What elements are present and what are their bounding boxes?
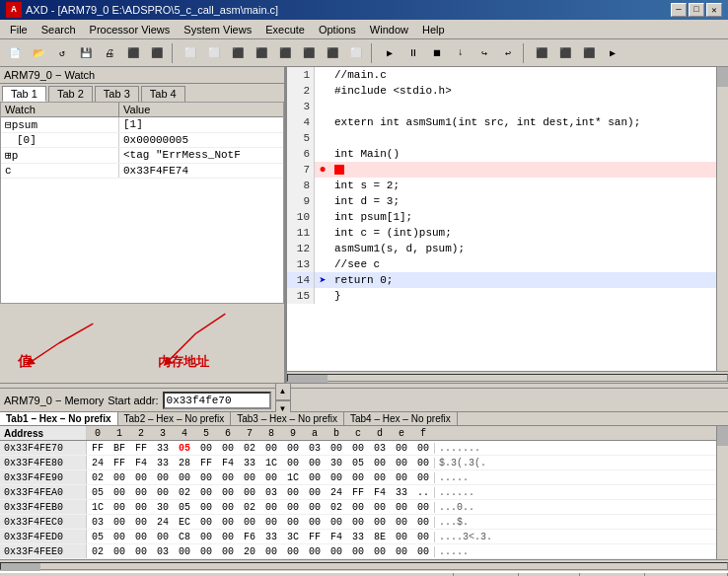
tb-8[interactable]: ⬜ (203, 42, 225, 64)
line-marker-15 (315, 288, 330, 304)
line-marker-7[interactable]: ● (315, 162, 330, 178)
maximize-button[interactable]: □ (689, 3, 704, 17)
expand-p-icon[interactable]: ⊞ (5, 150, 12, 162)
watch-row-p[interactable]: ⊞p <tag "ErrMess_NotF (1, 148, 283, 164)
menu-execute[interactable]: Execute (259, 23, 311, 36)
memory-start-addr-input[interactable] (163, 392, 271, 409)
tb-17[interactable]: ⏹ (426, 42, 448, 64)
tb-14[interactable]: ⬜ (345, 42, 367, 64)
code-line-11: 11 int c = (int)psum; (287, 225, 716, 241)
memory-addr-spin-up[interactable]: ▲ (275, 383, 291, 400)
tb-23[interactable]: ⬛ (578, 42, 600, 64)
tb-15[interactable]: ▶ (379, 42, 400, 64)
tb-13[interactable]: ⬛ (322, 42, 343, 64)
tb-6[interactable]: ⬛ (146, 42, 168, 64)
watch-tab-4[interactable]: Tab 4 (141, 86, 185, 102)
line-marker-5 (315, 130, 330, 146)
tb-19[interactable]: ↪ (473, 42, 495, 64)
mem-row-fe70: 0x33F4FE70 FFBFFF33 05 00000200000300000… (0, 441, 716, 456)
line-content-10: int psum[1]; (330, 209, 716, 225)
tb-12[interactable]: ⬛ (298, 42, 320, 64)
tb-20[interactable]: ↩ (497, 42, 519, 64)
line-content-5 (330, 130, 716, 146)
watch-row-psum[interactable]: ⊟psum [1] (1, 117, 283, 133)
tb-refresh[interactable]: ↺ (51, 42, 73, 64)
close-button[interactable]: ✕ (706, 3, 722, 17)
tb-7[interactable]: ⬜ (180, 42, 201, 64)
tb-24[interactable]: ▶ (602, 42, 623, 64)
expand-psum-icon[interactable]: ⊟ (5, 119, 12, 131)
line-content-6: int Main() (330, 146, 716, 162)
watch-table-content: Watch Value ⊟psum [1] [0] 0x00000005 ⊞p (0, 102, 284, 304)
line-content-11: int c = (int)psum; (330, 225, 716, 241)
memory-col-header: Address 0 1 2 3 4 5 6 7 8 9 a b c d e f (0, 426, 716, 441)
menu-help[interactable]: Help (416, 23, 451, 36)
line-marker-2 (315, 83, 330, 99)
menu-options[interactable]: Options (313, 23, 362, 36)
watch-tab-1[interactable]: Tab 1 (2, 86, 46, 102)
line-marker-11 (315, 225, 330, 241)
mem-row-fee0: 0x33F4FEE0 02000003000000200000000000000… (0, 544, 716, 559)
col-header-5: 5 (195, 428, 217, 439)
tb-11[interactable]: ⬛ (274, 42, 296, 64)
menu-file[interactable]: File (4, 23, 34, 36)
code-line-10: 10 int psum[1]; (287, 209, 716, 225)
line-num-2: 2 (287, 83, 315, 99)
memory-tab-4[interactable]: Tab4 – Hex – No prefix (344, 412, 458, 425)
code-line-4: 4 extern int asmSum1(int src, int dest,i… (287, 114, 716, 130)
menu-system-views[interactable]: System Views (178, 23, 257, 36)
tb-new[interactable]: 📄 (4, 42, 26, 64)
code-horizontal-scrollbar[interactable] (287, 371, 728, 383)
tb-18[interactable]: ↓ (450, 42, 472, 64)
memory-tab-3[interactable]: Tab3 – Hex – No prefix (231, 412, 344, 425)
col-header-c: c (347, 428, 369, 439)
tb-16[interactable]: ⏸ (402, 42, 424, 64)
tb-open[interactable]: 📂 (28, 42, 49, 64)
current-instruction-marker (334, 165, 344, 175)
menu-processor-views[interactable]: Processor Views (84, 23, 177, 36)
watch-name-psum: ⊟psum (1, 117, 119, 132)
line-marker-3 (315, 99, 330, 114)
code-vertical-scrollbar[interactable] (716, 67, 728, 371)
mem-addr-fea0: 0x33F4FEA0 (0, 485, 87, 499)
line-num-3: 3 (287, 99, 315, 114)
watch-row-c[interactable]: c 0x33F4FE74 (1, 164, 283, 179)
code-line-1: 1 //main.c (287, 67, 716, 83)
tb-10[interactable]: ⬛ (251, 42, 272, 64)
tb-save[interactable]: 💾 (75, 42, 97, 64)
tb-5[interactable]: ⬛ (122, 42, 144, 64)
code-line-13: 13 //see c (287, 256, 716, 272)
watch-row-psum-0[interactable]: [0] 0x00000005 (1, 133, 283, 148)
tb-22[interactable]: ⬛ (554, 42, 576, 64)
tb-print[interactable]: 🖨 (99, 42, 120, 64)
code-line-2: 2 #include <stdio.h> (287, 83, 716, 99)
memory-start-addr-label: Start addr: (108, 395, 158, 406)
minimize-button[interactable]: ─ (671, 3, 687, 17)
svg-line-0 (30, 343, 59, 363)
watch-tab-3[interactable]: Tab 3 (95, 86, 139, 102)
value-annotation: 值 (18, 353, 32, 371)
code-line-9: 9 int d = 3; (287, 193, 716, 209)
line-content-4: extern int asmSum1(int src, int dest,int… (330, 114, 716, 130)
memory-vertical-scrollbar[interactable] (716, 426, 728, 559)
code-line-15: 15 } (287, 288, 716, 304)
svg-line-2 (196, 314, 226, 333)
tb-9[interactable]: ⬛ (227, 42, 249, 64)
memory-tab-1[interactable]: Tab1 – Hex – No prefix (0, 412, 118, 425)
menu-search[interactable]: Search (36, 23, 82, 36)
watch-val-psum: [1] (119, 117, 283, 132)
memory-horizontal-scrollbar[interactable] (0, 559, 728, 571)
svg-line-1 (59, 324, 94, 343)
current-line-arrow-icon: ➤ (319, 273, 326, 288)
tb-21[interactable]: ⬛ (531, 42, 552, 64)
line-num-14: 14 (287, 272, 315, 288)
watch-name-c: c (1, 164, 119, 178)
line-num-5: 5 (287, 130, 315, 146)
memory-tab-2[interactable]: Tab2 – Hex – No prefix (118, 412, 232, 425)
menu-window[interactable]: Window (364, 23, 414, 36)
col-header-6: 6 (217, 428, 239, 439)
watch-tab-2[interactable]: Tab 2 (48, 86, 93, 102)
line-content-1: //main.c (330, 67, 716, 83)
code-area: 1 //main.c 2 #include <stdio.h> 3 (287, 67, 728, 371)
memory-panel-header: ARM79_0 − Memory Start addr: ▲ ▼ (0, 389, 728, 412)
